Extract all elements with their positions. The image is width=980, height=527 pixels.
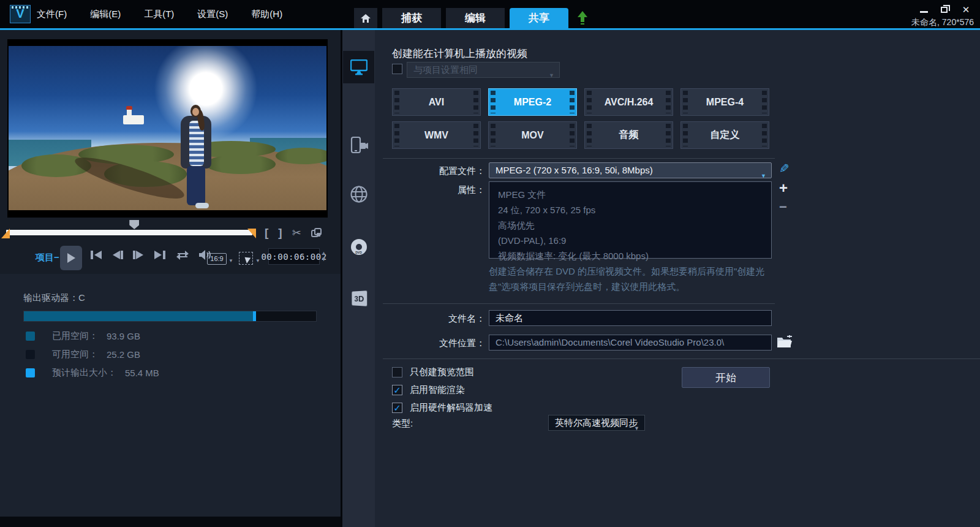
browse-folder-button[interactable] [777, 335, 793, 349]
filename-label: 文件名： [380, 313, 485, 325]
menu-settings[interactable]: 设置(S) [197, 9, 228, 20]
mark-out-button[interactable]: ] [278, 226, 282, 240]
used-space-swatch [26, 332, 35, 341]
format-mpeg4[interactable]: MPEG-4 [680, 88, 769, 116]
estimated-output-marker [253, 311, 256, 321]
home-tab[interactable] [354, 8, 377, 28]
play-button[interactable] [60, 246, 82, 270]
window-controls: ✕ [919, 5, 971, 15]
aspect-dropdown-arrow[interactable]: ▼ [228, 258, 233, 264]
go-to-start-button[interactable] [89, 249, 103, 260]
destination-device[interactable] [342, 132, 375, 159]
aspect-ratio-badge[interactable]: 16:9 [207, 253, 227, 265]
hw-decode-checkbox[interactable]: ✓ [392, 403, 402, 413]
spinner-up-icon[interactable]: ▲ [321, 251, 326, 256]
folder-plus-icon [777, 335, 793, 349]
option-smart-render: ✓ 启用智能渲染 [392, 384, 465, 396]
green-up-arrow-icon [576, 10, 589, 26]
destination-3d[interactable]: 3D [342, 285, 375, 312]
save-trimmed-button[interactable] [311, 228, 322, 238]
go-to-end-button[interactable] [153, 249, 167, 260]
timecode-spinner[interactable]: ▲ ▼ [321, 248, 326, 265]
format-avi[interactable]: AVI [392, 88, 481, 116]
remove-profile-button[interactable]: − [779, 199, 787, 215]
play-icon [66, 252, 76, 264]
video-preview [7, 39, 328, 218]
menu-tools[interactable]: 工具(T) [144, 9, 174, 20]
share-computer-panel: 创建能在计算机上播放的视频 与项目设置相同 ▼ AVI MPEG-2 AVC/H… [375, 30, 980, 527]
title-bar: V 文件(F) 编辑(E) 工具(T) 设置(S) 帮助(H) 捕获 编辑 共享 [0, 0, 980, 28]
option-hw-decode: ✓ 启用硬件解码器加速 [392, 402, 492, 414]
preview-panel: [ ] ✂ 项目− [0, 30, 341, 527]
menu-help[interactable]: 帮助(H) [251, 9, 282, 20]
check-icon: ✓ [393, 403, 401, 413]
playhead-handle[interactable] [129, 220, 139, 229]
timecode-display[interactable]: 00:00:06:002 [268, 248, 320, 265]
minimize-button[interactable] [919, 5, 930, 15]
destination-disc[interactable]: DVD [342, 233, 375, 260]
free-space-swatch [26, 350, 35, 359]
estimated-size-swatch [26, 368, 35, 377]
dropdown-arrow-icon: ▼ [549, 68, 554, 83]
menu-file[interactable]: 文件(F) [37, 9, 67, 20]
dvd-disc-icon: DVD [351, 239, 367, 255]
format-mpeg2[interactable]: MPEG-2 [488, 88, 577, 116]
video-frame-panorama [9, 46, 326, 210]
mark-in-button[interactable]: [ [265, 226, 268, 240]
person [177, 105, 216, 210]
upload-button[interactable] [573, 8, 592, 28]
menu-edit[interactable]: 编辑(E) [90, 9, 121, 20]
3d-icon: 3D [352, 290, 367, 306]
format-avc-h264[interactable]: AVC/H.264 [584, 88, 673, 116]
spinner-down-icon[interactable]: ▼ [321, 257, 326, 262]
check-icon: ✓ [393, 385, 401, 395]
videostudio-window: V 文件(F) 编辑(E) 工具(T) 设置(S) 帮助(H) 捕获 编辑 共享 [0, 0, 980, 527]
format-audio[interactable]: 音频 [584, 121, 673, 149]
profile-dropdown[interactable]: MPEG-2 (720 x 576, 16:9, 50i, 8Mbps) ▼ [489, 162, 772, 178]
lighthouse [123, 115, 144, 124]
computer-icon [350, 59, 368, 75]
filename-input[interactable]: 未命名 [489, 310, 772, 326]
format-custom[interactable]: 自定义 [680, 121, 769, 149]
tab-share[interactable]: 共享 [510, 8, 568, 28]
workspace-tabs: 捕获 编辑 共享 [354, 8, 592, 28]
destination-computer[interactable] [342, 51, 375, 83]
tab-edit[interactable]: 编辑 [446, 8, 505, 28]
tab-capture[interactable]: 捕获 [382, 8, 441, 28]
properties-box: MPEG 文件 24 位, 720 x 576, 25 fps 高场优先 (DV… [489, 181, 772, 259]
destination-web[interactable] [342, 181, 375, 208]
minimize-icon [920, 11, 928, 13]
document-info: 未命名, 720*576 [911, 17, 974, 28]
disk-used-fill [24, 311, 253, 321]
start-button[interactable]: 开始 [682, 367, 770, 388]
next-frame-button[interactable] [132, 249, 145, 260]
menu-bar: 文件(F) 编辑(E) 工具(T) 设置(S) 帮助(H) [37, 0, 282, 28]
add-profile-button[interactable]: + [779, 180, 788, 197]
smart-render-checkbox[interactable]: ✓ [392, 385, 402, 395]
trim-end-handle[interactable] [247, 229, 256, 238]
repeat-button[interactable] [175, 249, 190, 260]
project-mode-label[interactable]: 项目− [36, 252, 59, 264]
trim-start-handle[interactable] [1, 229, 10, 238]
format-mov[interactable]: MOV [488, 121, 577, 149]
close-button[interactable]: ✕ [960, 5, 971, 15]
filepath-input[interactable]: C:\Users\admin\Documents\Corel VideoStud… [489, 335, 772, 351]
dropdown-arrow-icon: ▼ [634, 421, 639, 436]
same-as-project-checkbox[interactable] [392, 64, 402, 74]
app-logo-icon: V [10, 5, 31, 23]
panel-heading: 创建能在计算机上播放的视频 [392, 47, 527, 61]
restore-button[interactable] [940, 5, 951, 15]
format-wmv[interactable]: WMV [392, 121, 481, 149]
preview-range-checkbox[interactable] [392, 367, 402, 377]
previous-frame-button[interactable] [111, 249, 124, 260]
enlarge-preview-button[interactable] [239, 252, 253, 265]
split-clip-button[interactable]: ✂ [292, 226, 301, 240]
seek-bar[interactable] [6, 230, 252, 235]
enlarge-dropdown-arrow[interactable]: ▼ [255, 258, 260, 264]
same-as-project-dropdown[interactable]: 与项目设置相同 ▼ [407, 62, 560, 78]
edit-profile-button[interactable]: ✎ [779, 161, 790, 176]
option-preview-range: 只创建预览范围 [392, 366, 474, 378]
type-dropdown[interactable]: 英特尔高速视频同步 ▼ [548, 415, 645, 431]
home-icon [360, 13, 371, 23]
profile-label: 配置文件： [380, 165, 485, 177]
